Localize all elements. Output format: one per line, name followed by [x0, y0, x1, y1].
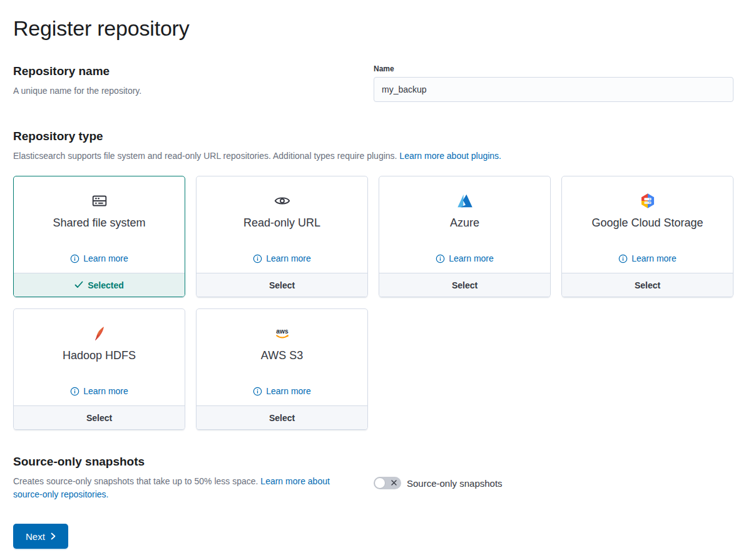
learn-more-label: Learn more — [631, 253, 677, 263]
info-icon — [253, 254, 262, 263]
source-only-description: Creates source-only snapshots that take … — [13, 475, 348, 501]
hadoop-feather-icon — [89, 323, 110, 344]
register-repository-page: Register repository Repository name A un… — [0, 0, 746, 560]
card-action-label: Select — [452, 280, 478, 290]
repository-name-heading: Repository name — [13, 64, 359, 78]
info-icon — [253, 387, 262, 396]
learn-more-label: Learn more — [83, 386, 128, 396]
card-action-label: Select — [86, 413, 112, 423]
card-title: Azure — [450, 216, 479, 230]
info-icon — [436, 254, 445, 263]
repository-type-section: Repository type Elasticsearch supports f… — [13, 130, 733, 430]
repository-name-section: Repository name A unique name for the re… — [13, 64, 733, 102]
repo-type-card-aws-s3[interactable]: aws AWS S3 Learn more Select — [196, 308, 368, 430]
repo-type-card-hadoop-hdfs[interactable]: Hadoop HDFS Learn more Select — [13, 308, 185, 430]
info-icon — [618, 254, 628, 263]
page-title: Register repository — [13, 16, 733, 41]
source-only-section: Source-only snapshots Creates source-onl… — [13, 455, 733, 501]
repository-type-card-grid: Shared file system Learn more Selected — [13, 176, 733, 430]
card-select-button[interactable]: Select — [197, 273, 367, 297]
learn-more-link[interactable]: Learn more — [618, 253, 677, 263]
source-only-heading: Source-only snapshots — [13, 455, 359, 469]
source-only-toggle[interactable] — [374, 477, 401, 489]
cross-icon — [391, 479, 397, 486]
aws-icon: aws — [272, 323, 292, 344]
repository-name-input[interactable] — [374, 77, 733, 102]
repository-type-heading: Repository type — [13, 130, 733, 143]
card-title: Google Cloud Storage — [591, 216, 703, 230]
learn-more-label: Learn more — [83, 253, 128, 263]
card-select-button[interactable]: Select — [14, 405, 185, 429]
card-selected-button[interactable]: Selected — [14, 273, 185, 297]
learn-more-label: Learn more — [449, 253, 494, 263]
repository-type-description: Elasticsearch supports file system and r… — [13, 150, 733, 163]
next-button-label: Next — [26, 531, 45, 542]
learn-more-link[interactable]: Learn more — [253, 386, 311, 396]
learn-more-plugins-link[interactable]: Learn more about plugins. — [399, 151, 501, 161]
learn-more-label: Learn more — [266, 253, 311, 263]
repo-type-card-read-only-url[interactable]: Read-only URL Learn more Select — [196, 176, 368, 297]
card-title: Shared file system — [53, 216, 145, 230]
eye-icon — [272, 191, 292, 211]
learn-more-label: Learn more — [266, 386, 311, 396]
card-title: Hadoop HDFS — [63, 349, 136, 362]
card-select-button[interactable]: Select — [197, 405, 367, 429]
learn-more-link[interactable]: Learn more — [436, 253, 494, 263]
card-select-button[interactable]: Select — [379, 273, 550, 297]
check-icon — [74, 280, 83, 290]
learn-more-link[interactable]: Learn more — [70, 253, 128, 263]
chevron-right-icon — [51, 531, 56, 542]
azure-icon — [455, 191, 475, 211]
learn-more-link[interactable]: Learn more — [253, 253, 311, 263]
toggle-knob — [374, 477, 386, 489]
repository-name-description: A unique name for the repository. — [13, 84, 359, 98]
card-action-label: Selected — [88, 280, 124, 290]
repo-type-card-azure[interactable]: Azure Learn more Select — [379, 176, 551, 297]
card-action-label: Select — [269, 413, 295, 423]
card-title: AWS S3 — [261, 349, 303, 362]
next-button[interactable]: Next — [13, 524, 68, 549]
svg-text:aws: aws — [276, 328, 289, 335]
repo-type-card-google-cloud-storage[interactable]: Google Cloud Storage Learn more Select — [561, 176, 733, 297]
storage-icon — [89, 191, 110, 211]
source-only-description-text: Creates source-only snapshots that take … — [13, 476, 260, 486]
name-field-label: Name — [374, 64, 733, 73]
repository-type-description-text: Elasticsearch supports file system and r… — [13, 151, 399, 161]
info-icon — [70, 387, 79, 396]
source-only-toggle-label: Source-only snapshots — [407, 478, 503, 489]
learn-more-link[interactable]: Learn more — [70, 386, 128, 396]
card-action-label: Select — [269, 280, 295, 290]
gcs-icon — [638, 191, 658, 211]
repo-type-card-shared-file-system[interactable]: Shared file system Learn more Selected — [13, 176, 185, 297]
card-title: Read-only URL — [243, 216, 320, 230]
card-action-label: Select — [635, 280, 660, 290]
card-select-button[interactable]: Select — [562, 273, 733, 297]
info-icon — [70, 254, 79, 263]
